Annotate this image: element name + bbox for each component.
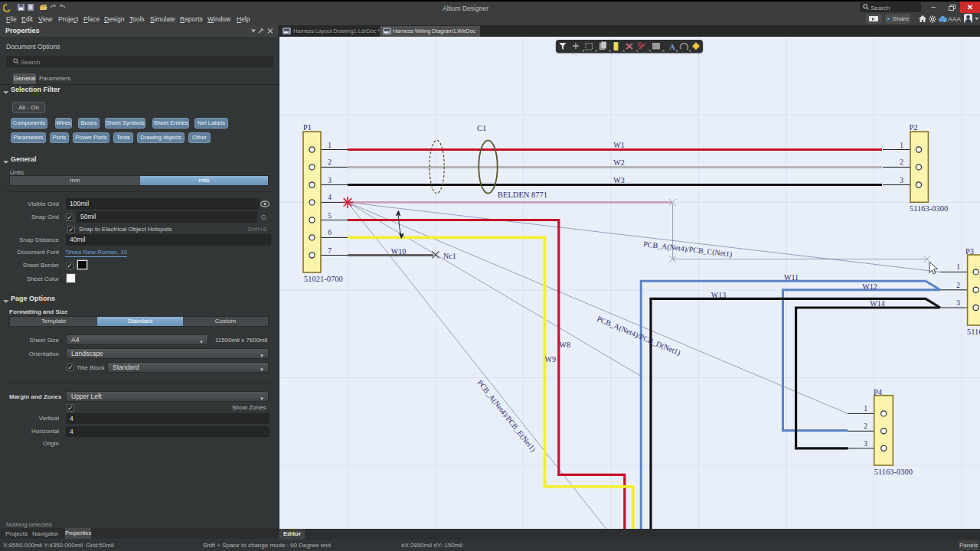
svg-text:P1: P1	[303, 123, 312, 132]
svg-text:2: 2	[900, 158, 903, 166]
svg-text:P3: P3	[965, 247, 974, 256]
svg-text:W12: W12	[862, 282, 877, 291]
svg-text:W14: W14	[870, 299, 884, 308]
svg-text:W9: W9	[545, 355, 556, 364]
svg-text:2: 2	[864, 422, 867, 430]
svg-text:W1: W1	[613, 141, 624, 149]
svg-text:PCB_A(Net4)/PCB_E(Net1): PCB_A(Net4)/PCB_E(Net1)	[475, 378, 538, 453]
svg-text:2: 2	[956, 282, 960, 289]
svg-text:51163-0300: 51163-0300	[874, 468, 913, 476]
svg-text:7: 7	[328, 247, 332, 255]
svg-text:51163-0300: 51163-0300	[910, 204, 948, 213]
svg-text:P4: P4	[874, 388, 883, 396]
svg-text:1: 1	[900, 142, 903, 149]
svg-text:1: 1	[864, 405, 867, 412]
svg-text:W10: W10	[391, 247, 406, 256]
svg-text:W2: W2	[613, 158, 624, 167]
svg-text:5: 5	[328, 212, 332, 220]
svg-text:3: 3	[328, 177, 332, 184]
svg-text:3: 3	[956, 299, 960, 307]
svg-text:A: A	[669, 42, 675, 51]
svg-text:51021-0700: 51021-0700	[304, 275, 343, 283]
svg-text:W8: W8	[560, 341, 570, 349]
svg-text:6: 6	[328, 229, 332, 236]
svg-text:1: 1	[328, 142, 332, 149]
svg-text:C1: C1	[477, 124, 486, 132]
svg-text:4: 4	[328, 194, 332, 201]
svg-text:BELDEN 8771: BELDEN 8771	[498, 191, 547, 199]
svg-text:51163-0300: 51163-0300	[967, 328, 980, 336]
svg-text:2: 2	[328, 158, 332, 166]
svg-text:3: 3	[864, 440, 867, 448]
svg-text:1: 1	[956, 263, 960, 271]
svg-text:P2: P2	[910, 123, 918, 132]
svg-text:W11: W11	[784, 273, 799, 282]
svg-text:PCB_A(Net4)/PCB_D(Net1): PCB_A(Net4)/PCB_D(Net1)	[596, 315, 682, 358]
svg-text:W13: W13	[711, 291, 726, 299]
svg-text:Nc1: Nc1	[443, 252, 456, 260]
svg-text:3: 3	[900, 177, 903, 184]
svg-text:W3: W3	[613, 176, 624, 184]
